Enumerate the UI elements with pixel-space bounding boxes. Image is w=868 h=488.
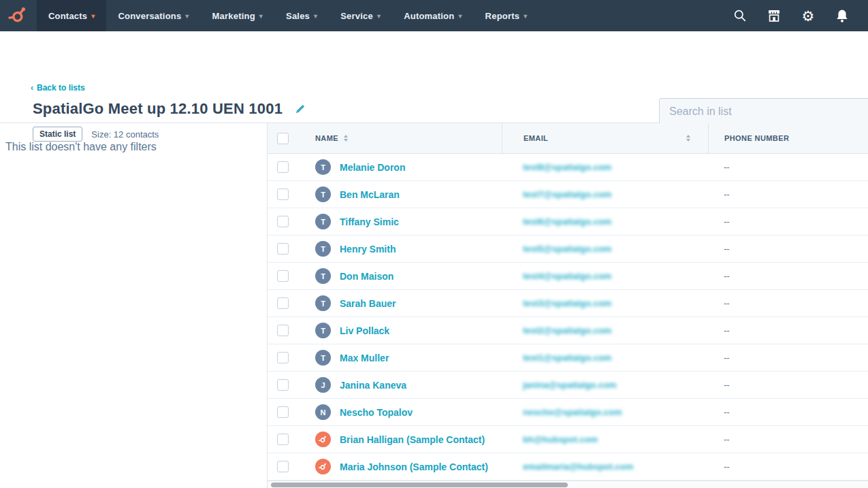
nav-item-marketing[interactable]: Marketing ▾ (201, 0, 274, 31)
static-list-badge: Static list (33, 127, 82, 142)
search-input[interactable] (659, 98, 868, 125)
table-row: T Liv Pollack test2@spatialgo.com -- (268, 317, 868, 344)
table-row: T Sarah Bauer test3@spatialgo.com -- (268, 290, 868, 317)
row-checkbox[interactable] (277, 406, 289, 418)
sort-icon[interactable] (344, 135, 348, 142)
contact-email-link[interactable]: test7@spatialgo.com (523, 189, 611, 199)
back-to-lists-link[interactable]: ‹Back to lists (31, 83, 85, 93)
contact-email-link[interactable]: nescho@spatialgo.com (523, 407, 622, 417)
chevron-down-icon: ▾ (314, 12, 317, 20)
table-row: T Don Maison test4@spatialgo.com -- (268, 263, 868, 290)
contact-phone-value: -- (724, 298, 730, 308)
contact-avatar (315, 432, 331, 447)
contact-email-link[interactable]: bh@hubspot.com (523, 434, 598, 444)
contact-avatar: T (315, 295, 331, 311)
select-all-checkbox[interactable] (277, 133, 289, 144)
contact-phone-value: -- (724, 216, 730, 227)
nav-item-automation[interactable]: Automation ▾ (392, 0, 473, 31)
row-checkbox[interactable] (277, 161, 289, 173)
nav-item-contacts[interactable]: Contacts ▾ (37, 0, 106, 31)
contact-avatar: T (315, 241, 331, 257)
contact-email-link[interactable]: test4@spatialgo.com (523, 271, 611, 281)
nav-item-reports[interactable]: Reports ▾ (474, 0, 539, 31)
column-header-name[interactable]: NAME (315, 134, 338, 142)
settings-icon[interactable]: ⚙ (800, 7, 816, 24)
contact-name-link[interactable]: Brian Halligan (Sample Contact) (340, 434, 485, 445)
table-row: J Janina Kaneva janina@spatialgo.com -- (268, 372, 868, 399)
contact-phone-value: -- (724, 162, 730, 172)
sort-icon[interactable] (686, 135, 690, 142)
list-size-text: Size: 12 contacts (91, 129, 159, 140)
contact-phone-value: -- (724, 325, 730, 336)
contact-avatar: T (315, 186, 331, 202)
nav-items: Contacts ▾ Conversations ▾ Marketing ▾ S… (37, 0, 539, 31)
chevron-down-icon: ▾ (524, 12, 527, 20)
horizontal-scrollbar[interactable] (268, 481, 868, 488)
search-icon[interactable] (732, 7, 748, 24)
contact-name-link[interactable]: Max Muller (340, 353, 389, 363)
row-checkbox[interactable] (277, 216, 289, 227)
nav-item-conversations[interactable]: Conversations ▾ (106, 0, 200, 31)
contact-name-link[interactable]: Tiffany Simic (340, 216, 399, 227)
nav-item-service[interactable]: Service ▾ (329, 0, 392, 31)
contact-email-link[interactable]: test8@spatialgo.com (523, 162, 611, 172)
page-title: SpatialGo Meet up 12.10 UEN 1001 (33, 100, 283, 118)
contact-avatar: T (315, 214, 331, 229)
chevron-left-icon: ‹ (31, 83, 33, 93)
row-checkbox[interactable] (277, 461, 289, 472)
scrollbar-thumb[interactable] (271, 483, 568, 487)
pencil-icon[interactable] (295, 103, 306, 114)
marketplace-icon[interactable] (766, 7, 782, 24)
contact-email-link[interactable]: test2@spatialgo.com (523, 325, 611, 336)
contact-avatar: T (315, 350, 331, 365)
column-header-email[interactable]: EMAIL (524, 134, 548, 142)
contact-name-link[interactable]: Maria Johnson (Sample Contact) (340, 461, 488, 472)
row-checkbox[interactable] (277, 243, 289, 255)
nav-item-sales[interactable]: Sales ▾ (274, 0, 329, 31)
row-checkbox[interactable] (277, 189, 289, 200)
table-header-row: NAME EMAIL PHONE NUMBER (268, 123, 868, 154)
list-header: ‹Back to lists SpatialGo Meet up 12.10 U… (0, 31, 868, 123)
contact-email-link[interactable]: emailmaria@hubspot.com (523, 461, 633, 472)
contact-name-link[interactable]: Nescho Topalov (340, 407, 413, 418)
contact-avatar: T (315, 159, 331, 175)
row-checkbox[interactable] (277, 325, 289, 336)
contact-name-link[interactable]: Janina Kaneva (340, 380, 406, 391)
table-row: T Max Muller test1@spatialgo.com -- (268, 344, 868, 372)
contact-email-link[interactable]: test6@spatialgo.com (523, 216, 611, 227)
filters-empty-text: This list doesn't have any filters (5, 141, 261, 153)
contact-phone-value: -- (724, 461, 730, 472)
chevron-down-icon: ▾ (91, 12, 95, 20)
hubspot-logo[interactable] (0, 0, 37, 31)
contact-phone-value: -- (724, 244, 730, 254)
chevron-down-icon: ▾ (185, 12, 189, 20)
contact-email-link[interactable]: test1@spatialgo.com (523, 353, 611, 363)
nav-right-icons: ⚙ (732, 0, 868, 31)
contact-name-link[interactable]: Melanie Doron (340, 162, 405, 173)
contact-name-link[interactable]: Don Maison (340, 271, 393, 282)
contact-email-link[interactable]: janina@spatialgo.com (523, 380, 617, 390)
table-row: Brian Halligan (Sample Contact) bh@hubsp… (268, 426, 868, 453)
contact-name-link[interactable]: Sarah Bauer (340, 298, 396, 309)
table-row: N Nescho Topalov nescho@spatialgo.com -- (268, 399, 868, 426)
row-checkbox[interactable] (277, 434, 289, 445)
chevron-down-icon: ▾ (259, 12, 263, 20)
contact-phone-value: -- (724, 380, 730, 390)
contact-email-link[interactable]: test3@spatialgo.com (523, 298, 611, 308)
filters-panel: This list doesn't have any filters (0, 123, 268, 488)
contact-name-link[interactable]: Liv Pollack (340, 325, 389, 336)
contact-name-link[interactable]: Henry Smith (340, 244, 396, 255)
hubspot-sprocket-icon (319, 462, 327, 472)
hubspot-sprocket-icon (8, 5, 29, 27)
row-checkbox[interactable] (277, 352, 289, 363)
chevron-down-icon: ▾ (458, 12, 462, 20)
row-checkbox[interactable] (277, 297, 289, 309)
column-header-phone[interactable]: PHONE NUMBER (724, 134, 789, 142)
row-checkbox[interactable] (277, 379, 289, 391)
table-row: T Henry Smith test5@spatialgo.com -- (268, 235, 868, 263)
contact-name-link[interactable]: Ben McLaran (340, 189, 400, 200)
row-checkbox[interactable] (277, 270, 289, 282)
table-body: T Melanie Doron test8@spatialgo.com -- (268, 154, 868, 481)
notifications-icon[interactable] (834, 7, 850, 24)
contact-email-link[interactable]: test5@spatialgo.com (523, 244, 611, 254)
